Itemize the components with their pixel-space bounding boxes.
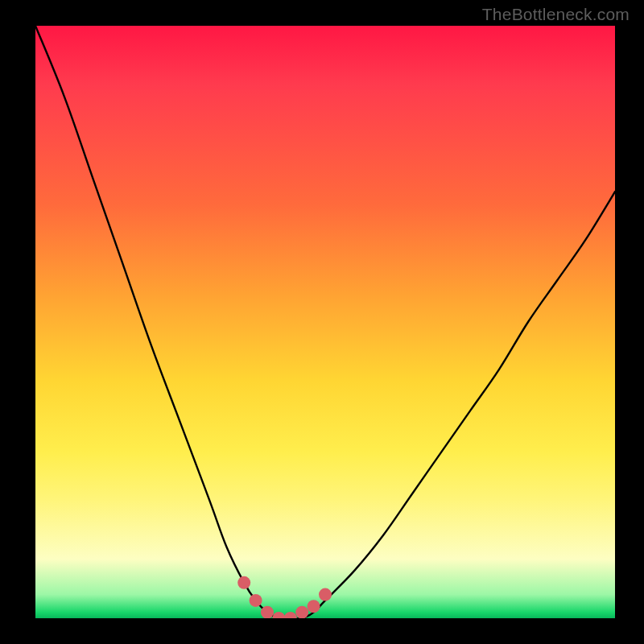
trough-dot	[284, 612, 297, 618]
plot-area	[35, 26, 615, 618]
trough-dot	[319, 588, 332, 601]
chart-stage: TheBottleneck.com	[0, 0, 644, 644]
curve-layer	[35, 26, 615, 618]
trough-dot	[250, 594, 262, 607]
trough-markers	[237, 576, 332, 618]
bottleneck-curve	[35, 26, 615, 618]
watermark-text: TheBottleneck.com	[482, 5, 630, 24]
trough-dot	[237, 576, 250, 589]
trough-dot	[272, 612, 285, 618]
trough-dot	[308, 600, 320, 613]
trough-dot	[295, 606, 308, 618]
trough-dot	[261, 606, 274, 618]
